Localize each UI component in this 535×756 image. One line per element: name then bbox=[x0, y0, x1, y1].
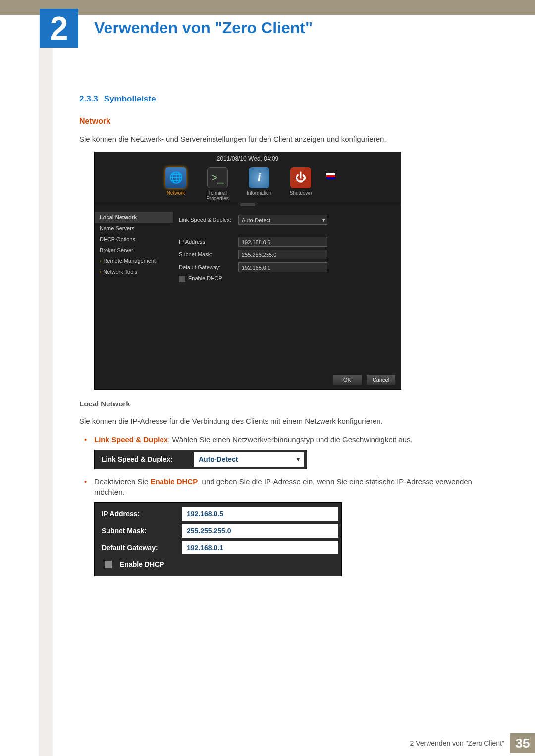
sidebar-item-remote-management[interactable]: ›Remote Management bbox=[95, 255, 173, 266]
settings-sidebar: Local Network Name Servers DHCP Options … bbox=[95, 208, 173, 369]
term-link-speed-duplex: Link Speed & Duplex bbox=[94, 435, 168, 444]
figure-ip-settings-panel: IP Address: 192.168.0.5 Subnet Mask: 255… bbox=[94, 502, 342, 576]
checkbox-icon bbox=[179, 276, 185, 282]
network-settings-screenshot: 2011/08/10 Wed, 04:09 🌐 Network >_ Termi… bbox=[94, 152, 401, 390]
bullet-link-speed: Link Speed & Duplex: Wählen Sie einen Ne… bbox=[84, 434, 495, 445]
side-margin bbox=[39, 15, 53, 756]
sidebar-item-broker-server[interactable]: Broker Server bbox=[95, 245, 173, 255]
toolbar-item-shutdown[interactable]: ⏻ Shutdown bbox=[285, 167, 317, 196]
intro-paragraph: Sie können die Netzwerk- und Servereinst… bbox=[79, 134, 495, 144]
label-subnet-mask: Subnet Mask: bbox=[179, 252, 238, 257]
checkbox-enable-dhcp[interactable]: Enable DHCP bbox=[179, 275, 238, 282]
terminal-icon: >_ bbox=[207, 167, 228, 188]
toolbar-separator bbox=[95, 205, 401, 205]
figure-label-subnet-mask: Subnet Mask: bbox=[98, 527, 182, 535]
figure-label-enable-dhcp[interactable]: Enable DHCP bbox=[116, 560, 168, 568]
sidebar-item-dhcp-options[interactable]: DHCP Options bbox=[95, 234, 173, 245]
figure-value-ip-address[interactable]: 192.168.0.5 bbox=[182, 507, 338, 521]
input-ip-address[interactable]: 192.168.0.5 bbox=[238, 237, 327, 247]
chevron-right-icon: › bbox=[100, 258, 101, 264]
figure-value-subnet-mask[interactable]: 255.255.255.0 bbox=[182, 524, 338, 538]
settings-form: Link Speed & Duplex: Auto-Detect IP Addr… bbox=[173, 208, 401, 369]
local-network-paragraph: Sie können die IP-Adresse für die Verbin… bbox=[79, 416, 495, 426]
input-default-gateway[interactable]: 192.168.0.1 bbox=[238, 262, 327, 272]
figure-link-speed-field: Link Speed & Duplex: Auto-Detect bbox=[94, 450, 307, 469]
globe-icon: 🌐 bbox=[165, 167, 186, 188]
page-footer: 2 Verwenden von "Zero Client" 35 bbox=[410, 733, 535, 753]
chapter-number-badge: 2 bbox=[40, 9, 78, 48]
toolbar-item-info[interactable]: i Information bbox=[243, 167, 275, 196]
label-link-speed-duplex: Link Speed & Duplex: bbox=[179, 217, 238, 223]
toolbar-label-info: Information bbox=[243, 190, 275, 196]
toolbar-label-shutdown: Shutdown bbox=[285, 190, 317, 196]
toolbar-item-terminal[interactable]: >_ Terminal Properties bbox=[202, 167, 233, 201]
select-link-speed-duplex[interactable]: Auto-Detect bbox=[238, 215, 327, 225]
ok-button[interactable]: OK bbox=[332, 374, 362, 385]
section-title: Symbolleiste bbox=[104, 94, 156, 103]
footer-chapter-ref: 2 Verwenden von "Zero Client" bbox=[410, 739, 505, 747]
figure-value-link-speed[interactable]: Auto-Detect bbox=[194, 452, 304, 467]
top-bar bbox=[0, 0, 535, 15]
toolbar-label-network: Network bbox=[160, 190, 192, 196]
label-ip-address: IP Address: bbox=[179, 239, 238, 245]
heading-local-network: Local Network bbox=[79, 400, 495, 408]
checkbox-icon bbox=[105, 561, 112, 568]
bullet-enable-dhcp: Deaktivieren Sie Enable DHCP, und geben … bbox=[84, 476, 495, 497]
power-icon: ⏻ bbox=[290, 167, 311, 188]
chevron-right-icon: › bbox=[100, 269, 101, 275]
cancel-button[interactable]: Cancel bbox=[366, 374, 396, 385]
toolbar: 🌐 Network >_ Terminal Properties i Infor… bbox=[95, 167, 401, 205]
screenshot-timestamp: 2011/08/10 Wed, 04:09 bbox=[95, 155, 401, 162]
section-heading: 2.3.3Symbolleiste bbox=[79, 94, 495, 104]
toolbar-item-network[interactable]: 🌐 Network bbox=[160, 167, 192, 196]
chapter-title: Verwenden von "Zero Client" bbox=[94, 19, 313, 37]
sidebar-item-network-tools[interactable]: ›Network Tools bbox=[95, 266, 173, 277]
toolbar-label-terminal: Terminal Properties bbox=[202, 190, 233, 201]
language-flag-icon[interactable] bbox=[326, 173, 335, 179]
figure-label-default-gateway: Default Gateway: bbox=[98, 544, 182, 552]
label-default-gateway: Default Gateway: bbox=[179, 264, 238, 270]
section-number: 2.3.3 bbox=[79, 94, 98, 103]
heading-network: Network bbox=[79, 117, 495, 126]
figure-label-link-speed: Link Speed & Duplex: bbox=[95, 455, 194, 463]
figure-label-ip-address: IP Address: bbox=[98, 510, 182, 518]
sidebar-item-local-network[interactable]: Local Network bbox=[95, 212, 173, 223]
info-icon: i bbox=[249, 167, 269, 188]
sidebar-item-name-servers[interactable]: Name Servers bbox=[95, 223, 173, 234]
input-subnet-mask[interactable]: 255.255.255.0 bbox=[238, 250, 327, 259]
term-enable-dhcp: Enable DHCP bbox=[150, 477, 198, 486]
page-number: 35 bbox=[510, 733, 535, 753]
figure-value-default-gateway[interactable]: 192.168.0.1 bbox=[182, 541, 338, 554]
